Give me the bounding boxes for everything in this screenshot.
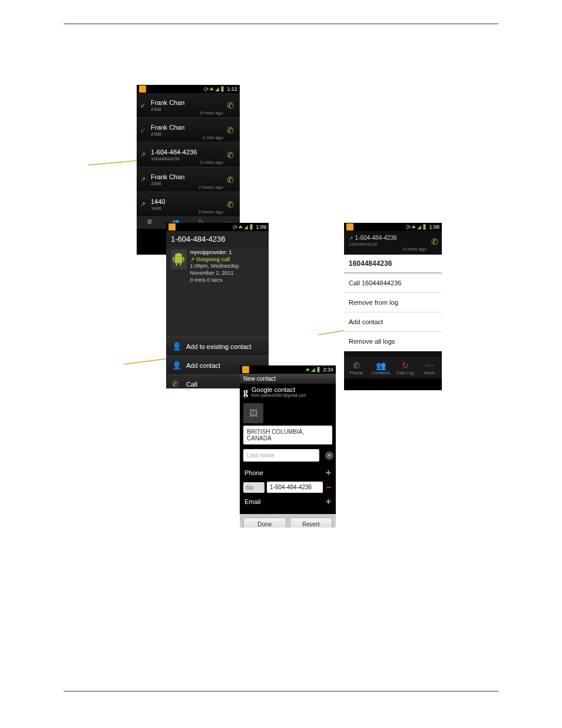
battery-icon — [423, 224, 426, 230]
call-log-ago: 1 min ago — [203, 135, 223, 140]
call-log-name: Frank Chan — [151, 173, 224, 180]
call-button-icon[interactable]: ✆ — [224, 150, 236, 160]
detail-header: 1-604-484-4236 — [166, 231, 269, 247]
battery-icon — [221, 86, 224, 92]
detail-duration: 0 mins 0 secs — [190, 277, 264, 284]
call-log-row[interactable]: ↗ 1-604-484-4236 16044844236 2 mins ago … — [137, 143, 240, 167]
app-notification-icon — [242, 366, 249, 373]
popup-item-remove-all[interactable]: Remove all logs — [344, 332, 442, 351]
call-log-ago: 0 mins ago — [200, 110, 223, 116]
popup-item-call[interactable]: Call 16044844236 — [344, 274, 442, 293]
google-g-icon: g — [243, 387, 248, 397]
svg-rect-6 — [173, 257, 174, 262]
add-phone-icon[interactable]: + — [326, 467, 331, 478]
svg-rect-8 — [176, 263, 177, 266]
screen-title: New contact — [240, 374, 336, 384]
contact-photo-placeholder[interactable]: 🖼 — [243, 403, 263, 423]
expand-name-icon[interactable]: ▾ — [325, 452, 333, 460]
call-button-icon[interactable]: ✆ — [224, 175, 236, 185]
call-detail-block: myvoipprovider: 1 Outgoing call 1:08pm, … — [166, 247, 269, 289]
status-time: 1:09 — [254, 224, 266, 230]
phone-icon: ✆ — [172, 380, 181, 388]
popup-item-add-contact[interactable]: Add contact — [344, 312, 442, 332]
call-log-row[interactable]: ↙ Frank Chan 2300 0 mins ago ✆ — [137, 93, 240, 118]
tab-phone-icon[interactable]: ✆ — [137, 217, 163, 229]
sync-icon — [233, 224, 237, 230]
status-bar: 2:34 — [240, 365, 336, 374]
tab-more[interactable]: ⋯More — [418, 361, 442, 375]
phone-value-field[interactable]: 1-604-484-4236 — [267, 482, 323, 493]
call-log-row-dimmed: 1-604-484-4236 16044844236 0 mins ago ✆ — [344, 231, 442, 255]
action-label: Call — [186, 381, 197, 388]
signal-icon — [244, 224, 248, 230]
first-name-field[interactable]: BRITISH COLUMBIA, CANADA — [243, 426, 332, 444]
done-button[interactable]: Done — [243, 518, 286, 528]
popup-item-remove[interactable]: Remove from log — [344, 293, 442, 312]
call-button-icon[interactable]: ✆ — [224, 126, 236, 135]
call-log-name: Frank Chan — [151, 99, 224, 106]
sync-icon — [406, 224, 411, 230]
app-notification-icon — [139, 85, 146, 93]
tab-contacts[interactable]: 👥Contacts — [369, 361, 394, 375]
detail-timestamp: 1:08pm, Wednesday, November 2, 2011 — [190, 263, 264, 276]
status-time: 2:34 — [322, 367, 333, 373]
call-missed-icon: ↙ — [140, 126, 148, 134]
call-button-icon[interactable]: ✆ — [224, 101, 236, 110]
action-label: Add contact — [186, 362, 220, 369]
context-menu: 16044844236 Call 16044844236 Remove from… — [344, 255, 442, 351]
last-name-field[interactable]: Last name — [243, 449, 319, 462]
tab-label: Call Log — [396, 370, 414, 375]
call-outgoing-icon: ↗ — [140, 200, 148, 209]
call-log-name: 1-604-484-4236 — [151, 149, 224, 156]
status-time: 1:08 — [428, 224, 439, 230]
status-bar: 1:08 — [344, 223, 442, 231]
wifi-icon — [210, 86, 213, 93]
add-to-existing-contact-row[interactable]: 👤 Add to existing contact — [166, 337, 269, 355]
call-button-icon[interactable]: ✆ — [224, 200, 236, 209]
phone-type-select[interactable]: Sip — [243, 482, 265, 493]
wifi-icon — [239, 224, 242, 230]
svg-rect-7 — [183, 257, 184, 262]
arrow-to-add-contact-detail — [124, 348, 171, 365]
status-bar: 1:09 — [166, 223, 269, 231]
tab-phone[interactable]: ✆Phone — [344, 361, 369, 375]
detail-provider: myvoipprovider: 1 — [190, 249, 264, 256]
app-notification-icon — [168, 223, 176, 230]
remove-phone-icon[interactable]: − — [325, 482, 332, 493]
person-plus-icon: 👤 — [172, 361, 181, 370]
calllog-icon: ↻ — [393, 361, 418, 370]
arrow-to-add-contact-popup — [318, 324, 348, 336]
detail-spacer — [166, 289, 269, 337]
call-log-row[interactable]: ↗ Frank Chan 2300 2 hours ago ✆ — [137, 167, 240, 192]
last-name-placeholder: Last name — [247, 452, 275, 459]
status-time: 1:11 — [226, 86, 237, 92]
section-phone-label: Phone — [244, 469, 263, 476]
section-email: Email + — [240, 493, 336, 510]
wifi-icon — [306, 367, 309, 373]
tab-label: Contacts — [371, 370, 390, 375]
detail-call-type: Outgoing call — [190, 256, 264, 263]
first-name-value: BRITISH COLUMBIA, CANADA — [247, 429, 304, 442]
tab-calllog[interactable]: ↻Call Log — [393, 361, 418, 375]
tab-label: More — [424, 370, 435, 375]
svg-line-0 — [88, 160, 140, 165]
google-from-label: from jsantos0987@gmail.com — [252, 393, 306, 397]
status-bar: 1:11 — [137, 85, 240, 93]
wifi-icon — [412, 224, 415, 230]
action-label: Add to existing contact — [186, 343, 252, 350]
call-log-row[interactable]: ↗ 1440 1440 2 hours ago ✆ — [137, 192, 240, 217]
revert-button[interactable]: Revert — [290, 518, 333, 528]
call-incoming-icon: ↙ — [140, 101, 148, 110]
svg-line-1 — [124, 358, 170, 364]
call-log-row[interactable]: ↙ Frank Chan 2300 1 min ago ✆ — [137, 118, 240, 143]
row-ago: 0 mins ago — [404, 246, 427, 252]
person-plus-icon: 👤 — [172, 342, 181, 351]
call-log-name: 1440 — [151, 198, 224, 205]
add-email-icon[interactable]: + — [326, 496, 331, 507]
call-log-name: Frank Chan — [151, 124, 224, 131]
google-contact-label: Google contact — [252, 386, 306, 393]
signal-icon — [311, 367, 315, 373]
svg-rect-9 — [180, 263, 181, 266]
android-avatar-icon — [171, 249, 187, 269]
popup-title: 16044844236 — [344, 255, 442, 274]
